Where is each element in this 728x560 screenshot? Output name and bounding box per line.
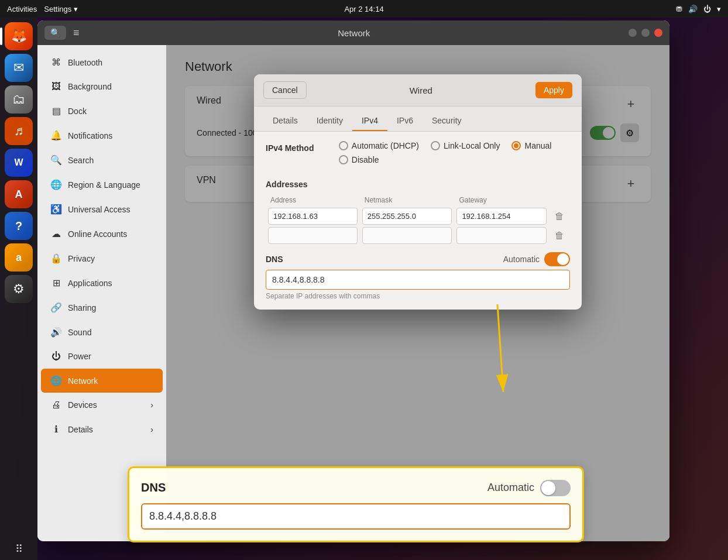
dhcp-radio[interactable]	[339, 141, 348, 150]
window-maximize-button[interactable]	[641, 29, 650, 37]
window-minimize-button[interactable]	[629, 29, 637, 37]
addr-col-gateway: Gateway	[454, 194, 549, 207]
sidebar-item-background[interactable]: 🖼 Background	[41, 75, 163, 98]
link-local-label: Link-Local Only	[444, 141, 500, 150]
zoom-auto-row: Automatic	[487, 480, 571, 496]
show-applications-button[interactable]: ⠿	[11, 538, 28, 560]
sidebar-label-network: Network	[68, 376, 98, 386]
dns-automatic-label: Automatic	[503, 255, 540, 264]
sidebar-item-dock[interactable]: ▤ Dock	[41, 99, 163, 123]
sidebar-item-sharing[interactable]: 🔗 Sharing	[41, 296, 163, 319]
sidebar-item-power[interactable]: ⏻ Power	[41, 345, 163, 368]
netmask-input-2[interactable]	[362, 227, 452, 244]
window-titlebar: 🔍 ≡ Network	[37, 20, 669, 45]
dock-item-help[interactable]: ?	[5, 212, 33, 240]
sidebar-item-notifications[interactable]: 🔔 Notifications	[41, 123, 163, 147]
window-title: Network	[84, 28, 624, 38]
sidebar-item-applications[interactable]: ⊞ Applications	[41, 271, 163, 295]
sidebar-label-dock: Dock	[68, 106, 87, 116]
system-menu-arrow-icon[interactable]: ▾	[717, 5, 721, 13]
dock-item-software[interactable]: A	[5, 180, 33, 208]
delete-row-button-2[interactable]: 🗑	[551, 228, 568, 243]
dns-auto-toggle-knob	[557, 253, 569, 265]
manual-radio[interactable]	[511, 141, 521, 150]
zoom-dns-row: DNS Automatic	[141, 480, 571, 496]
dns-row: DNS Automatic	[266, 252, 570, 266]
devices-arrow-icon: ›	[150, 400, 153, 410]
sidebar-item-privacy[interactable]: 🔒 Privacy	[41, 246, 163, 270]
netmask-input[interactable]	[362, 208, 452, 225]
tab-ipv6[interactable]: IPv6	[387, 111, 423, 131]
dialog-title: Wired	[410, 85, 432, 95]
dialog-header: Cancel Wired Apply	[254, 74, 582, 106]
settings-menu[interactable]: Settings ▾	[44, 5, 78, 13]
method-disable[interactable]: Disable	[339, 155, 379, 164]
method-dhcp[interactable]: Automatic (DHCP)	[339, 141, 419, 150]
tab-identity[interactable]: Identity	[307, 111, 352, 131]
activities-button[interactable]: Activities	[7, 5, 37, 13]
tab-ipv4[interactable]: IPv4	[352, 111, 387, 131]
address-input-2[interactable]	[268, 227, 358, 244]
sidebar-item-sound[interactable]: 🔊 Sound	[41, 320, 163, 344]
sidebar-item-devices[interactable]: 🖨 Devices ›	[41, 393, 163, 417]
zoom-dns-input[interactable]	[141, 503, 571, 530]
network-indicator-icon: ⛃	[676, 5, 682, 13]
window-close-button[interactable]	[654, 29, 662, 37]
search-icon: 🔍	[50, 28, 60, 37]
sidebar-item-network[interactable]: 🌐 Network	[41, 369, 163, 393]
sound-icon: 🔊	[50, 327, 62, 338]
dock-item-files[interactable]: 🗂	[5, 85, 33, 114]
sidebar-label-privacy: Privacy	[68, 254, 95, 263]
dock-icon-sidebar: ▤	[50, 105, 62, 116]
addr-col-netmask: Netmask	[360, 194, 455, 207]
titlebar-menu-button[interactable]: ≡	[73, 27, 80, 39]
volume-icon[interactable]: 🔊	[688, 5, 698, 13]
addr-col-address: Address	[266, 194, 360, 207]
sidebar-label-region: Region & Language	[68, 180, 140, 190]
titlebar-search[interactable]: 🔍	[44, 26, 66, 40]
delete-row-button[interactable]: 🗑	[551, 209, 568, 224]
link-local-radio[interactable]	[431, 141, 440, 150]
sidebar-item-universal-access[interactable]: ♿ Universal Access	[41, 197, 163, 221]
sidebar-item-online-accounts[interactable]: ☁ Online Accounts	[41, 222, 163, 246]
notifications-icon: 🔔	[50, 130, 62, 141]
tab-details[interactable]: Details	[263, 111, 307, 131]
region-icon: 🌐	[50, 179, 62, 190]
zoom-auto-toggle[interactable]	[540, 480, 571, 496]
sidebar-item-bluetooth[interactable]: ⌘ Bluetooth	[41, 50, 163, 74]
method-manual[interactable]: Manual	[511, 141, 551, 150]
dns-section-label: DNS	[266, 255, 283, 264]
zoom-callout-box: DNS Automatic	[128, 466, 584, 542]
dhcp-label: Automatic (DHCP)	[352, 141, 419, 150]
manual-label: Manual	[524, 141, 551, 150]
power-menu-icon[interactable]: ⏻	[703, 5, 711, 13]
gateway-input[interactable]	[456, 208, 547, 225]
disable-label: Disable	[352, 155, 379, 164]
sidebar-item-search[interactable]: 🔍 Search	[41, 148, 163, 172]
dock-item-thunderbird[interactable]: ✉	[5, 54, 33, 82]
dns-hint-text: Separate IP addresses with commas	[266, 292, 570, 300]
dialog-apply-button[interactable]: Apply	[535, 82, 572, 98]
dns-auto-toggle[interactable]	[544, 252, 570, 266]
universal-access-icon: ♿	[50, 204, 62, 215]
background-icon: 🖼	[50, 81, 62, 92]
gateway-input-2[interactable]	[456, 227, 547, 244]
address-input[interactable]	[268, 208, 358, 225]
dock-item-firefox[interactable]: 🦊	[5, 22, 33, 50]
settings-window: 🔍 ≡ Network ⌘ Bluetooth 🖼 Background ▤ D…	[37, 20, 669, 541]
dock-item-settings[interactable]: ⚙	[5, 275, 33, 303]
dock-item-writer[interactable]: W	[5, 149, 33, 177]
zoom-toggle-knob	[541, 481, 555, 495]
tab-security[interactable]: Security	[423, 111, 471, 131]
dock-item-amazon[interactable]: a	[5, 243, 33, 272]
dock-item-rhythmbox[interactable]: ♬	[5, 117, 33, 145]
zoom-dns-label: DNS	[141, 481, 166, 494]
bluetooth-icon: ⌘	[50, 57, 62, 68]
sidebar-item-region[interactable]: 🌐 Region & Language	[41, 173, 163, 197]
dialog-cancel-button[interactable]: Cancel	[263, 81, 307, 99]
disable-radio[interactable]	[339, 155, 348, 164]
method-link-local[interactable]: Link-Local Only	[431, 141, 500, 150]
dns-input-field[interactable]	[266, 270, 570, 290]
sidebar-label-devices: Devices	[68, 400, 97, 410]
sidebar-item-details[interactable]: ℹ Details ›	[41, 417, 163, 441]
